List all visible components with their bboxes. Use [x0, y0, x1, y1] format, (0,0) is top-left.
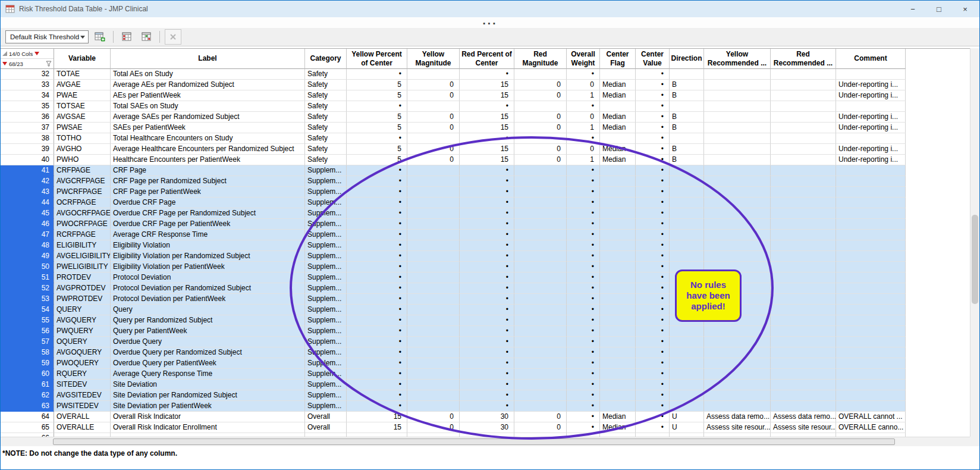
cell-yp[interactable]: 5 — [347, 112, 407, 123]
cell-ym[interactable] — [407, 272, 460, 283]
cell-cv[interactable]: • — [636, 112, 670, 123]
cell-cv[interactable]: • — [636, 133, 670, 144]
table-row[interactable]: 39AVGHOAverage Healthcare Encounters per… — [1, 144, 971, 155]
cell-comment[interactable] — [836, 294, 906, 305]
cell-cf[interactable] — [600, 272, 636, 283]
cell-comment[interactable] — [836, 272, 906, 283]
cell-dir[interactable] — [670, 219, 704, 230]
cell-cf[interactable] — [600, 315, 636, 326]
cell-ow[interactable]: • — [567, 347, 600, 358]
cell-label[interactable]: SAEs per PatientWeek — [111, 123, 305, 133]
cell-yp[interactable]: • — [347, 262, 407, 272]
data-filter-icon[interactable] — [46, 61, 52, 67]
cell-comment[interactable] — [836, 198, 906, 208]
table-row[interactable]: 50PWELIGIBILITYEligibility Violation per… — [1, 262, 971, 272]
cell-label[interactable]: Total SAEs on Study — [111, 101, 305, 112]
cell-yp[interactable]: 15 — [347, 422, 407, 433]
table-row[interactable]: 64OVERALLOverall Risk IndicatorOverall15… — [1, 412, 971, 422]
cell-comment[interactable]: OVERALLE canno... — [836, 422, 906, 433]
cell-variable[interactable]: SITEDEV — [54, 380, 111, 390]
row-number[interactable]: 49 — [1, 251, 54, 262]
cell-rm[interactable] — [514, 369, 567, 380]
cell-ow[interactable]: 1 — [567, 155, 600, 165]
cell-comment[interactable] — [836, 380, 906, 390]
table-row[interactable]: 43PWCRFPAGECRF Page per PatientWeekSuppl… — [1, 187, 971, 198]
cell-ow[interactable]: • — [567, 315, 600, 326]
cell-rr[interactable] — [771, 187, 836, 198]
cell-yr[interactable] — [704, 315, 771, 326]
cell-yr[interactable] — [704, 337, 771, 347]
table-row[interactable]: 52AVGPROTDEVProtocol Deviation per Rando… — [1, 283, 971, 294]
cell-ow[interactable]: • — [567, 380, 600, 390]
cell-ow[interactable]: • — [567, 283, 600, 294]
cell-cf[interactable] — [600, 69, 636, 80]
cell-ow[interactable]: 0 — [567, 112, 600, 123]
cell-cf[interactable] — [600, 401, 636, 412]
cell-cv[interactable]: • — [636, 347, 670, 358]
cell-variable[interactable]: PWCRFPAGE — [54, 187, 111, 198]
cell-category[interactable]: Supplem... — [305, 262, 347, 272]
cell-rp[interactable]: • — [460, 219, 514, 230]
cell-cf[interactable]: Median — [600, 155, 636, 165]
cell-ym[interactable] — [407, 262, 460, 272]
cell-ym[interactable]: 0 — [407, 412, 460, 422]
cell-cv[interactable]: • — [636, 69, 670, 80]
cell-label[interactable]: Overdue CRF Page per Randomized Subject — [111, 208, 305, 219]
cell-comment[interactable] — [836, 369, 906, 380]
cell-comment[interactable] — [836, 358, 906, 369]
cell-ym[interactable] — [407, 69, 460, 80]
row-number[interactable]: 36 — [1, 112, 54, 123]
column-header-cv[interactable]: Center Value — [636, 49, 670, 69]
table-row[interactable]: 45AVGOCRFPAGEOverdue CRF Page per Random… — [1, 208, 971, 219]
cell-yr[interactable] — [704, 123, 771, 133]
cell-cv[interactable]: • — [636, 198, 670, 208]
cell-comment[interactable] — [836, 305, 906, 315]
cell-category[interactable]: Supplem... — [305, 198, 347, 208]
cell-yp[interactable]: • — [347, 208, 407, 219]
table-row[interactable]: 48ELIGIBILITYEligibility ViolationSupple… — [1, 240, 971, 251]
cell-yr[interactable] — [704, 208, 771, 219]
cell-category[interactable]: Safety — [305, 101, 347, 112]
cell-category[interactable]: Supplem... — [305, 337, 347, 347]
cell-category[interactable]: Safety — [305, 80, 347, 90]
cell-ym[interactable] — [407, 240, 460, 251]
cell-yp[interactable]: 15 — [347, 412, 407, 422]
cell-rp[interactable]: • — [460, 208, 514, 219]
cell-rm[interactable]: 0 — [514, 412, 567, 422]
cell-rm[interactable] — [514, 305, 567, 315]
cell-variable[interactable]: AVGQUERY — [54, 315, 111, 326]
cell-rm[interactable]: 0 — [514, 90, 567, 101]
cell-variable[interactable]: AVGOQUERY — [54, 347, 111, 358]
cell-rr[interactable] — [771, 155, 836, 165]
cell-variable[interactable]: PWOQUERY — [54, 358, 111, 369]
cell-yp[interactable]: • — [347, 69, 407, 80]
cell-ow[interactable]: • — [567, 251, 600, 262]
row-number[interactable]: 54 — [1, 305, 54, 315]
cell-yr[interactable] — [704, 80, 771, 90]
cell-cf[interactable] — [600, 208, 636, 219]
cell-ym[interactable] — [407, 165, 460, 176]
cell-rr[interactable] — [771, 123, 836, 133]
row-number[interactable]: 38 — [1, 133, 54, 144]
cell-yp[interactable]: • — [347, 305, 407, 315]
cell-dir[interactable] — [670, 133, 704, 144]
horizontal-scrollbar[interactable] — [1, 437, 971, 446]
cell-yp[interactable]: • — [347, 133, 407, 144]
cell-yp[interactable]: 5 — [347, 155, 407, 165]
cell-rp[interactable]: 30 — [460, 422, 514, 433]
cell-category[interactable]: Safety — [305, 155, 347, 165]
column-header-comment[interactable]: Comment — [836, 49, 906, 69]
table-row[interactable]: 63PWSITEDEVSite Deviation per PatientWee… — [1, 401, 971, 412]
cell-ym[interactable] — [407, 187, 460, 198]
cell-dir[interactable] — [670, 337, 704, 347]
cell-cf[interactable]: Median — [600, 123, 636, 133]
cell-label[interactable]: Overall Risk Indicator Enrollment — [111, 422, 305, 433]
cell-rp[interactable]: • — [460, 272, 514, 283]
cell-yr[interactable] — [704, 305, 771, 315]
cell-label[interactable]: Query per Randomized Subject — [111, 315, 305, 326]
cell-rm[interactable]: 0 — [514, 422, 567, 433]
row-number[interactable]: 52 — [1, 283, 54, 294]
row-number[interactable]: 58 — [1, 347, 54, 358]
cell-comment[interactable]: OVERALL cannot ... — [836, 412, 906, 422]
cell-ow[interactable]: • — [567, 412, 600, 422]
